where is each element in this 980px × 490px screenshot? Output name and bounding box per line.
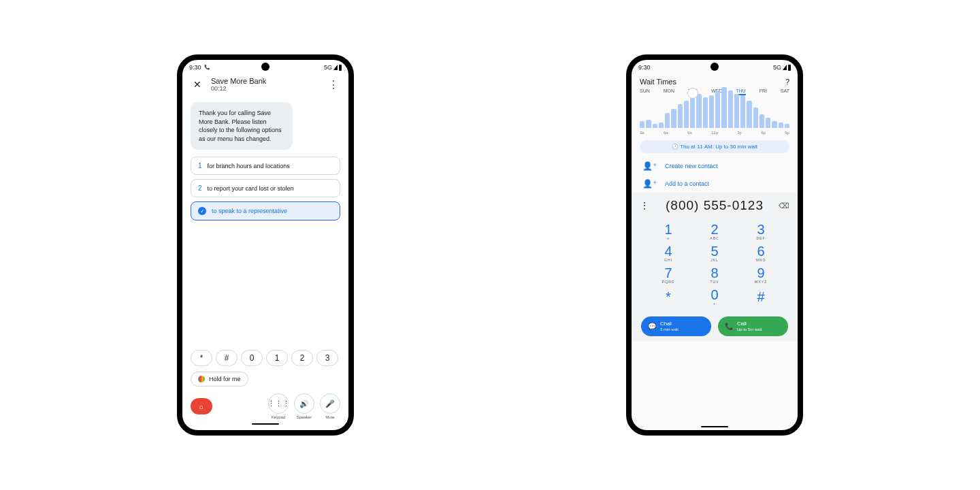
ivr-option-1[interactable]: 1 for branch hours and locations xyxy=(191,157,340,175)
ivr-option-2[interactable]: 2 to report your card lost or stolen xyxy=(191,179,340,197)
chart-bar xyxy=(760,114,764,128)
dialpad-key-4[interactable]: 4GHI xyxy=(645,243,691,263)
chart-bar xyxy=(703,97,708,128)
key-number: 8 xyxy=(710,266,718,280)
key-sub: PQRS xyxy=(662,280,674,284)
key-number: 7 xyxy=(664,266,672,280)
hour-label: 9a xyxy=(687,131,692,135)
keypad-star[interactable]: * xyxy=(191,350,212,366)
day-tab-sun[interactable]: SUN xyxy=(640,88,650,95)
dialpad-key-0[interactable]: 0+ xyxy=(691,287,738,307)
key-sub: ∞ xyxy=(667,236,670,240)
hold-label: Hold for me xyxy=(209,376,241,382)
key-number: 0 xyxy=(710,288,718,301)
more-icon[interactable]: ⋮ xyxy=(640,200,649,211)
assistant-icon xyxy=(198,376,205,382)
chat-label: Chat xyxy=(660,321,679,327)
chat-button[interactable]: 💬 Chat 3 min wait xyxy=(641,316,711,336)
chart-bar xyxy=(684,101,689,128)
dialpad-key-#[interactable]: # xyxy=(738,287,784,307)
chart-bar xyxy=(690,97,695,128)
wait-times-chart xyxy=(632,95,798,129)
chart-bar xyxy=(671,109,676,128)
ivr-option-3-selected[interactable]: ✓ to speak to a representative xyxy=(191,201,340,220)
day-tab-sat[interactable]: SAT xyxy=(781,88,789,95)
dialpad-key-9[interactable]: 9WXYZ xyxy=(738,265,784,285)
transcript-bubble: Thank you for calling Save More Bank. Pl… xyxy=(191,102,293,150)
chart-bar xyxy=(709,95,714,128)
day-tab-fri[interactable]: FRI xyxy=(760,88,767,95)
hour-label: 12p xyxy=(711,131,718,135)
key-number: # xyxy=(757,290,764,304)
dialpad-key-2[interactable]: 2ABC xyxy=(691,221,738,242)
chart-bar xyxy=(640,121,644,128)
dialpad-key-3[interactable]: 3DEF xyxy=(738,221,784,242)
dialpad-key-*[interactable]: * xyxy=(645,287,691,307)
call-icon: 📞 xyxy=(725,323,733,330)
signal-label: 5G xyxy=(324,64,332,71)
ivr-options: 1 for branch hours and locations 2 to re… xyxy=(182,157,348,220)
key-sub: MNO xyxy=(756,258,766,262)
speaker-button[interactable]: 🔊 xyxy=(294,393,314,414)
day-tab-mon[interactable]: MON xyxy=(664,88,674,95)
hour-label: 9p xyxy=(785,131,789,135)
chart-bar xyxy=(728,91,733,128)
call-sub: Up to 5m wait xyxy=(737,327,762,332)
key-number: 5 xyxy=(710,244,718,258)
chat-sub: 3 min wait xyxy=(660,327,679,332)
hangup-icon: ⌂ xyxy=(199,403,203,410)
call-button[interactable]: 📞 Call Up to 5m wait xyxy=(718,316,788,336)
create-contact-label: Create new contact xyxy=(665,163,718,169)
chart-bar xyxy=(678,104,683,128)
add-person-icon: 👤⁺ xyxy=(642,161,657,171)
key-number: * xyxy=(666,290,671,304)
key-number: 9 xyxy=(757,266,764,280)
keypad-1[interactable]: 1 xyxy=(266,350,288,366)
nav-bar[interactable] xyxy=(701,426,728,427)
create-contact-button[interactable]: 👤⁺ Create new contact xyxy=(632,157,798,175)
backspace-icon[interactable]: ⌫ xyxy=(779,201,789,210)
wait-banner: 🕐 Thu at 11 AM: Up to 30 min wait xyxy=(640,140,789,153)
key-number: 1 xyxy=(664,223,672,236)
check-icon: ✓ xyxy=(198,207,206,215)
chart-bar xyxy=(721,87,726,128)
dialpad-key-1[interactable]: 1∞ xyxy=(645,221,691,242)
chart-bar xyxy=(715,91,720,128)
help-icon[interactable]: ? xyxy=(785,78,789,86)
phone-icon: 📞 xyxy=(204,65,210,70)
chart-bar xyxy=(785,124,789,128)
key-number: 4 xyxy=(664,244,672,258)
caller-name: Save More Bank xyxy=(211,77,328,85)
keypad-3[interactable]: 3 xyxy=(316,350,338,366)
close-icon[interactable]: ✕ xyxy=(191,76,204,93)
dialpad-key-7[interactable]: 7PQRS xyxy=(645,265,691,285)
chart-bar xyxy=(772,121,777,128)
ivr-text: for branch hours and locations xyxy=(208,163,290,169)
dialpad-key-8[interactable]: 8TUV xyxy=(691,265,738,285)
phone-number: (800) 555-0123 xyxy=(666,198,764,213)
status-time: 9:30 xyxy=(189,64,201,71)
mute-button[interactable]: 🎤 xyxy=(320,393,340,414)
key-sub: GHI xyxy=(664,258,672,262)
nav-bar[interactable] xyxy=(252,423,279,425)
chart-bar xyxy=(734,94,739,128)
end-call-button[interactable]: ⌂ xyxy=(191,398,212,414)
keypad-0[interactable]: 0 xyxy=(241,350,263,366)
number-display: ⋮ (800) 555-0123 ⌫ xyxy=(632,193,798,218)
add-contact-button[interactable]: 👤⁺ Add to a contact xyxy=(632,175,798,193)
keypad-hash[interactable]: # xyxy=(216,350,238,366)
key-sub: DEF xyxy=(757,236,766,240)
keypad-2[interactable]: 2 xyxy=(291,350,313,366)
dialpad-key-6[interactable]: 6MNO xyxy=(738,243,784,263)
ivr-number: 1 xyxy=(198,162,202,169)
battery-icon xyxy=(788,65,791,71)
hold-for-me-button[interactable]: Hold for me xyxy=(191,372,248,387)
more-icon[interactable]: ⋮ xyxy=(328,78,340,91)
key-number: 2 xyxy=(710,223,718,236)
keypad-label: Keypad xyxy=(272,415,285,419)
keypad-button[interactable]: ⋮⋮⋮ xyxy=(268,393,289,414)
key-number: 6 xyxy=(757,244,764,258)
camera-notch xyxy=(710,63,719,71)
dialpad-key-5[interactable]: 5JKL xyxy=(691,243,738,263)
chart-bar xyxy=(659,122,664,128)
